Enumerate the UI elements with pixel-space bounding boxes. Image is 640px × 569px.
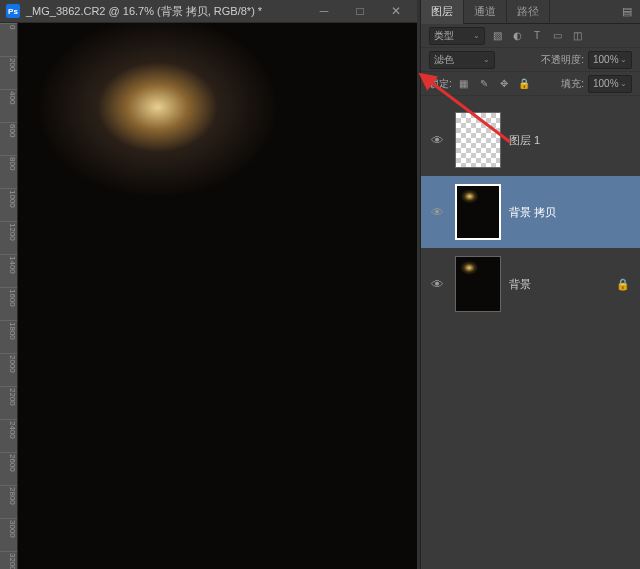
- blend-row: 滤色 ⌄ 不透明度: 100% ⌄: [421, 48, 640, 72]
- visibility-icon[interactable]: 👁: [431, 205, 447, 220]
- ruler-tick: 1000: [0, 188, 17, 221]
- filter-image-icon[interactable]: ▧: [489, 28, 505, 44]
- document-window: Ps _MG_3862.CR2 @ 16.7% (背景 拷贝, RGB/8*) …: [0, 0, 417, 569]
- layer-thumbnail[interactable]: [455, 112, 501, 168]
- ruler-tick: 400: [0, 89, 17, 122]
- opacity-label: 不透明度:: [541, 53, 584, 67]
- ruler-tick: 2800: [0, 485, 17, 518]
- opacity-select[interactable]: 100% ⌄: [588, 51, 632, 69]
- panel-tabs: 图层 通道 路径 ▤: [421, 0, 640, 24]
- ruler-tick: 2200: [0, 386, 17, 419]
- layer-item[interactable]: 👁 背景 拷贝: [421, 176, 640, 248]
- blend-mode-label: 滤色: [434, 53, 454, 67]
- lock-position-icon[interactable]: ✥: [496, 76, 512, 92]
- lock-transparent-icon[interactable]: ▦: [456, 76, 472, 92]
- chevron-down-icon: ⌄: [620, 55, 627, 64]
- visibility-icon[interactable]: 👁: [431, 133, 447, 148]
- fill-value: 100%: [593, 78, 619, 89]
- layer-item[interactable]: 👁 图层 1: [421, 104, 640, 176]
- filter-smart-icon[interactable]: ◫: [569, 28, 585, 44]
- panel-menu-icon[interactable]: ▤: [618, 5, 636, 18]
- opacity-value: 100%: [593, 54, 619, 65]
- layer-thumbnail[interactable]: [455, 256, 501, 312]
- ruler-tick: 600: [0, 122, 17, 155]
- chevron-down-icon: ⌄: [620, 79, 627, 88]
- fill-select[interactable]: 100% ⌄: [588, 75, 632, 93]
- filter-kind-select[interactable]: 类型 ⌄: [429, 27, 485, 45]
- ruler-tick: 3200: [0, 551, 17, 569]
- ruler-tick: 800: [0, 155, 17, 188]
- filter-row: 类型 ⌄ ▧ ◐ T ▭ ◫: [421, 24, 640, 48]
- ruler-tick: 2400: [0, 419, 17, 452]
- layer-thumbnail[interactable]: [455, 184, 501, 240]
- lock-paint-icon[interactable]: ✎: [476, 76, 492, 92]
- tab-channels[interactable]: 通道: [464, 0, 507, 24]
- fill-label: 填充:: [561, 77, 584, 91]
- tab-paths[interactable]: 路径: [507, 0, 550, 24]
- layer-name[interactable]: 背景: [509, 277, 531, 292]
- ruler-tick: 1800: [0, 320, 17, 353]
- ruler-tick: 0: [0, 23, 17, 56]
- filter-type-icon[interactable]: T: [529, 28, 545, 44]
- lock-all-icon[interactable]: 🔒: [516, 76, 532, 92]
- filter-kind-label: 类型: [434, 29, 454, 43]
- ruler-tick: 200: [0, 56, 17, 89]
- ruler-tick: 2600: [0, 452, 17, 485]
- filter-shape-icon[interactable]: ▭: [549, 28, 565, 44]
- minimize-button[interactable]: ─: [309, 0, 339, 22]
- titlebar: Ps _MG_3862.CR2 @ 16.7% (背景 拷贝, RGB/8*) …: [0, 0, 417, 22]
- app-icon: Ps: [6, 4, 20, 18]
- canvas-wrap: 0200400600800100012001400160018002000220…: [0, 23, 417, 569]
- visibility-icon[interactable]: 👁: [431, 277, 447, 292]
- blend-mode-select[interactable]: 滤色 ⌄: [429, 51, 495, 69]
- layer-list: 👁 图层 1 👁 背景 拷贝 👁 背景 🔒: [421, 96, 640, 569]
- filter-adjust-icon[interactable]: ◐: [509, 28, 525, 44]
- ruler-vertical: 0200400600800100012001400160018002000220…: [0, 23, 18, 569]
- lock-label: 锁定:: [429, 77, 452, 91]
- canvas[interactable]: [18, 23, 417, 569]
- ruler-tick: 1400: [0, 254, 17, 287]
- ruler-tick: 3000: [0, 518, 17, 551]
- lock-row: 锁定: ▦ ✎ ✥ 🔒 填充: 100% ⌄: [421, 72, 640, 96]
- ruler-tick: 2000: [0, 353, 17, 386]
- layer-name[interactable]: 图层 1: [509, 133, 540, 148]
- close-button[interactable]: ✕: [381, 0, 411, 22]
- maximize-button[interactable]: □: [345, 0, 375, 22]
- chevron-down-icon: ⌄: [473, 31, 480, 40]
- lock-icon: 🔒: [616, 278, 630, 291]
- chevron-down-icon: ⌄: [483, 55, 490, 64]
- tab-layers[interactable]: 图层: [421, 0, 464, 24]
- ruler-tick: 1600: [0, 287, 17, 320]
- document-title: _MG_3862.CR2 @ 16.7% (背景 拷贝, RGB/8*) *: [26, 4, 303, 19]
- layer-name[interactable]: 背景 拷贝: [509, 205, 556, 220]
- layer-item[interactable]: 👁 背景 🔒: [421, 248, 640, 320]
- ruler-tick: 1200: [0, 221, 17, 254]
- layers-panel: 图层 通道 路径 ▤ 类型 ⌄ ▧ ◐ T ▭ ◫ 滤色 ⌄ 不透明度: 100…: [420, 0, 640, 569]
